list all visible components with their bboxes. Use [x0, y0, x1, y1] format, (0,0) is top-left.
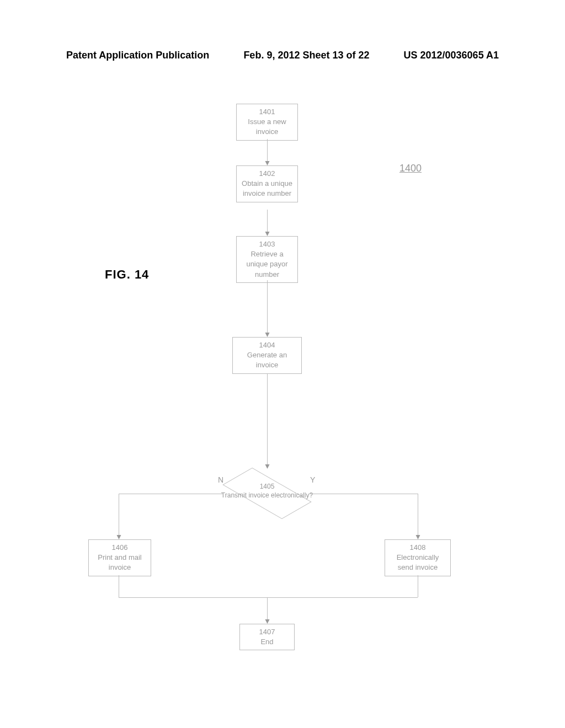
flowchart-box-1406: 1406 Print and mail invoice — [88, 539, 151, 576]
box-number: 1401 — [241, 107, 293, 117]
connector — [310, 494, 418, 494]
box-text: Print and mail invoice — [98, 553, 141, 571]
connector — [267, 280, 268, 333]
box-number: 1408 — [390, 543, 446, 553]
header-center: Feb. 9, 2012 Sheet 13 of 22 — [243, 50, 369, 61]
connector — [267, 139, 268, 161]
header-right: US 2012/0036065 A1 — [404, 50, 499, 61]
box-number: 1404 — [237, 340, 297, 350]
flowchart-box-1407: 1407 End — [239, 624, 295, 650]
box-text: Transmit invoice electronically? — [221, 491, 313, 499]
arrow-down-icon — [117, 535, 121, 539]
flowchart-box-1401: 1401 Issue a new invoice — [236, 104, 298, 141]
flowchart-box-1402: 1402 Obtain a unique invoice number — [236, 165, 298, 202]
flowchart-decision-1405: 1405 Transmit invoice electronically? — [220, 470, 314, 517]
box-number: 1402 — [241, 169, 293, 179]
flowchart-box-1403: 1403 Retrieve a unique payor number — [236, 236, 298, 283]
box-text: Electronically send invoice — [397, 553, 439, 571]
connector — [119, 494, 223, 494]
arrow-down-icon — [416, 535, 420, 539]
box-text: Issue a new invoice — [248, 117, 286, 136]
arrow-down-icon — [265, 161, 270, 165]
connector — [267, 597, 268, 619]
box-text: Retrieve a unique payor number — [246, 250, 287, 278]
connector — [418, 575, 418, 597]
connector — [119, 494, 119, 535]
flowchart-box-1408: 1408 Electronically send invoice — [385, 539, 451, 576]
box-number: 1407 — [244, 627, 290, 637]
arrow-down-icon — [265, 464, 270, 469]
connector — [119, 575, 119, 597]
page-header: Patent Application Publication Feb. 9, 2… — [0, 50, 565, 61]
diagram-reference-number: 1400 — [399, 163, 422, 174]
box-text: Obtain a unique invoice number — [242, 179, 292, 197]
header-left: Patent Application Publication — [66, 50, 209, 61]
branch-label-no: N — [218, 475, 223, 484]
connector — [119, 597, 418, 598]
flowchart-box-1404: 1404 Generate an invoice — [232, 337, 302, 374]
figure-label: FIG. 14 — [105, 267, 149, 282]
connector — [267, 210, 268, 232]
box-text: End — [260, 638, 273, 646]
connector — [418, 494, 418, 535]
arrow-down-icon — [265, 232, 270, 236]
box-number: 1403 — [241, 239, 293, 249]
box-text: Generate an invoice — [247, 351, 287, 369]
arrow-down-icon — [265, 619, 270, 624]
arrow-down-icon — [265, 333, 270, 337]
connector — [267, 373, 268, 464]
box-number: 1406 — [93, 543, 146, 553]
branch-label-yes: Y — [310, 475, 315, 484]
decision-text: 1405 Transmit invoice electronically? — [220, 483, 314, 500]
box-number: 1405 — [260, 483, 275, 490]
